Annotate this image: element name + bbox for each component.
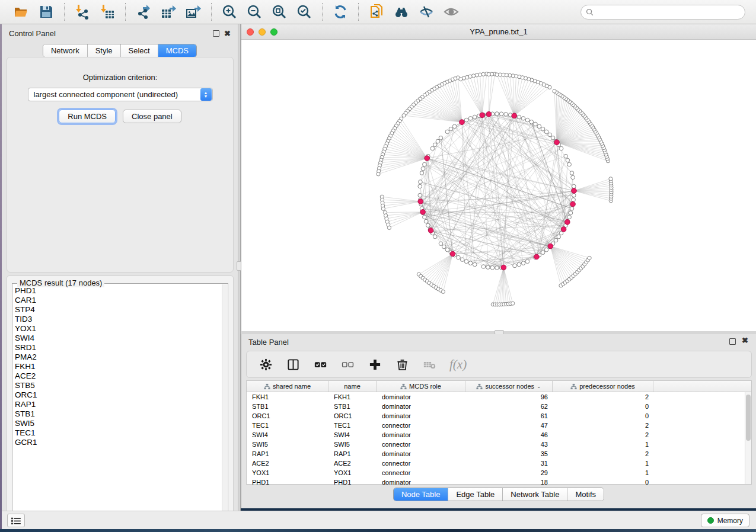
ring-node[interactable] — [544, 248, 548, 252]
import-table-button[interactable] — [97, 2, 118, 21]
leaf-node[interactable] — [609, 177, 613, 181]
ring-node[interactable] — [559, 146, 563, 150]
column-header-shared-name[interactable]: shared name — [247, 381, 328, 392]
mcds-node[interactable] — [450, 251, 455, 257]
ring-node[interactable] — [551, 136, 555, 140]
column-header-predecessor-nodes[interactable]: predecessor nodes — [553, 381, 653, 392]
mcds-result-item[interactable]: SRD1 — [15, 343, 221, 352]
mcds-node[interactable] — [428, 228, 433, 233]
ring-node[interactable] — [554, 238, 558, 242]
memory-button[interactable]: Memory — [701, 514, 749, 527]
mcds-node[interactable] — [486, 111, 492, 117]
mcds-node[interactable] — [561, 227, 566, 232]
ring-node[interactable] — [424, 219, 428, 223]
ring-node[interactable] — [571, 175, 575, 180]
ring-node[interactable] — [421, 166, 425, 171]
ring-node[interactable] — [566, 158, 570, 162]
import-network-button[interactable] — [72, 2, 93, 21]
ring-node[interactable] — [445, 248, 449, 252]
mcds-result-item[interactable]: ORC1 — [15, 390, 221, 400]
leaf-node[interactable] — [387, 226, 391, 229]
ring-node[interactable] — [420, 171, 424, 175]
ring-node[interactable] — [436, 139, 440, 143]
ring-node[interactable] — [525, 259, 529, 264]
mcds-node[interactable] — [512, 113, 517, 118]
leaf-node[interactable] — [588, 256, 591, 259]
search-network-button[interactable] — [391, 2, 412, 21]
ring-node[interactable] — [521, 261, 525, 265]
export-network-button[interactable] — [133, 2, 154, 21]
column-header-MCDS-role[interactable]: MCDS role — [377, 381, 465, 392]
leaf-node[interactable] — [495, 73, 499, 76]
ring-node[interactable] — [495, 112, 499, 116]
mcds-result-item[interactable]: RAP1 — [15, 400, 221, 409]
clone-network-button[interactable] — [366, 2, 387, 21]
mcds-node[interactable] — [554, 140, 560, 145]
ring-node[interactable] — [423, 215, 427, 219]
tab-select[interactable]: Select — [121, 44, 158, 57]
zoom-in-button[interactable] — [219, 2, 240, 21]
table-row[interactable]: ACE2ACE2connector311 — [247, 459, 751, 468]
table-row[interactable]: SWI4SWI4dominator462 — [247, 430, 751, 440]
ring-node[interactable] — [464, 259, 468, 264]
ring-node[interactable] — [567, 162, 572, 166]
mcds-node[interactable] — [572, 188, 577, 194]
ring-node[interactable] — [569, 211, 573, 215]
table-scrollbar-thumb[interactable] — [746, 395, 751, 441]
ring-node[interactable] — [517, 115, 521, 119]
search-input[interactable] — [596, 8, 740, 17]
mcds-result-item[interactable]: TID3 — [15, 315, 221, 324]
ring-node[interactable] — [473, 262, 477, 267]
close-panel-icon[interactable]: ✖ — [742, 337, 748, 344]
ring-node[interactable] — [449, 127, 453, 131]
mcds-result-item[interactable]: STB1 — [15, 409, 221, 419]
ring-node[interactable] — [557, 235, 561, 239]
mcds-node[interactable] — [480, 113, 485, 118]
mcds-node[interactable] — [534, 254, 540, 259]
column-header-successor-nodes[interactable]: successor nodes⌄ — [465, 381, 553, 392]
ring-node[interactable] — [442, 245, 446, 249]
tab-network-table[interactable]: Network Table — [503, 488, 567, 501]
table-row[interactable]: TEC1TEC1connector472 — [247, 421, 751, 430]
ring-node[interactable] — [525, 118, 529, 122]
ring-node[interactable] — [439, 242, 443, 246]
mcds-result-item[interactable]: PHD1 — [15, 286, 221, 296]
ring-node[interactable] — [460, 258, 464, 262]
ring-node[interactable] — [464, 118, 468, 122]
save-session-button[interactable] — [36, 2, 57, 21]
table-row[interactable]: STB1STB1dominator620 — [247, 402, 751, 411]
ring-node[interactable] — [537, 124, 541, 129]
table-scrollbar[interactable] — [745, 392, 751, 484]
zoom-fit-button[interactable] — [269, 2, 290, 21]
mcds-node[interactable] — [418, 199, 423, 204]
mcds-result-item[interactable]: SWI5 — [15, 419, 221, 428]
ring-node[interactable] — [481, 265, 486, 269]
ring-node[interactable] — [513, 264, 517, 268]
ring-node[interactable] — [433, 143, 437, 147]
open-file-button[interactable] — [11, 2, 32, 21]
ring-node[interactable] — [457, 255, 461, 259]
tab-motifs[interactable]: Motifs — [567, 488, 604, 501]
add-column-button[interactable] — [368, 357, 382, 371]
column-header-name[interactable]: name — [328, 381, 377, 392]
ring-node[interactable] — [504, 113, 508, 117]
mcds-result-list[interactable]: PHD1CAR1STP4TID3YOX1SWI4SRD1PMA2FKH1ACE2… — [15, 286, 221, 516]
network-canvas[interactable] — [241, 40, 756, 331]
ring-node[interactable] — [418, 193, 422, 197]
ring-node[interactable] — [541, 251, 545, 255]
ring-node[interactable] — [439, 136, 443, 140]
table-row[interactable]: YOX1YOX1connector291 — [247, 468, 751, 477]
export-table-button[interactable] — [158, 2, 179, 21]
mcds-result-item[interactable]: FKH1 — [15, 362, 221, 371]
zoom-selected-button[interactable] — [294, 2, 315, 21]
leaf-node[interactable] — [487, 72, 490, 76]
close-panel-icon[interactable]: ✖ — [224, 30, 231, 37]
mcds-result-item[interactable]: STB5 — [15, 381, 221, 390]
zoom-out-button[interactable] — [244, 2, 265, 21]
leaf-node[interactable] — [459, 78, 462, 81]
table-row[interactable]: SWI5SWI5connector431 — [247, 440, 751, 449]
run-mcds-button[interactable]: Run MCDS — [59, 110, 116, 123]
mcds-node[interactable] — [564, 220, 570, 225]
mcds-node[interactable] — [501, 265, 506, 270]
leaf-nodes[interactable] — [377, 72, 613, 306]
